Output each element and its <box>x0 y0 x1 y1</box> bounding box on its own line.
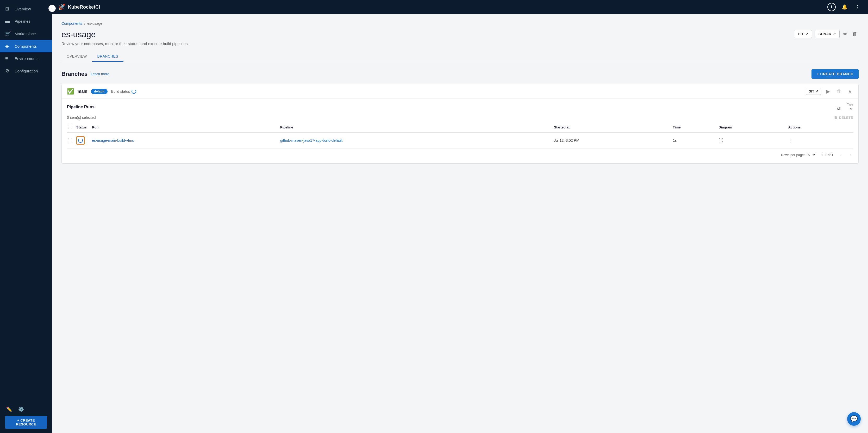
create-branch-label: + CREATE BRANCH <box>817 72 854 76</box>
branches-title-text: Branches <box>61 71 88 78</box>
sidebar-item-environments[interactable]: ≡ Environments <box>0 52 52 65</box>
run-status-box <box>76 136 85 145</box>
col-checkbox <box>67 122 76 133</box>
pipeline-name-link[interactable]: github-maven-java17-app-build-default <box>280 138 343 143</box>
pagination-next-button[interactable]: › <box>848 152 853 158</box>
sidebar-item-components[interactable]: ◈ Components <box>0 40 52 52</box>
page-title-section: es-usage Review your codebases, monitor … <box>61 30 189 46</box>
settings-icon-btn[interactable]: ⚙️ <box>17 405 25 413</box>
branch-check-icon: ✅ <box>67 88 74 95</box>
branch-row-actions: GIT ↗ ▶ 🗑 ∧ <box>806 88 853 95</box>
sidebar-item-label: Pipelines <box>14 19 30 24</box>
sidebar-bottom-icons: ✏️ ⚙️ <box>5 405 47 413</box>
delete-page-icon-btn[interactable]: 🗑 <box>851 30 859 38</box>
logo-icon: 🚀 <box>58 4 65 10</box>
git-button[interactable]: GIT ↗ <box>794 30 812 38</box>
external-link-icon: ↗ <box>806 32 808 36</box>
branch-git-button[interactable]: GIT ↗ <box>806 88 821 95</box>
row-pipeline-cell: github-maven-java17-app-build-default <box>280 133 554 149</box>
row-checkbox[interactable] <box>68 138 72 142</box>
sidebar-item-configuration[interactable]: ⚙ Configuration <box>0 65 52 77</box>
tabs-bar: OVERVIEW BRANCHES <box>61 51 859 62</box>
selected-count-text: 0 item(s) selected <box>67 116 96 120</box>
page-title: es-usage <box>61 30 189 39</box>
branch-git-external-icon: ↗ <box>815 89 818 93</box>
info-icon-btn[interactable]: i <box>827 3 836 11</box>
col-run: Run <box>92 122 280 133</box>
topbar: 🚀 KubeRocketCI i 🔔 ⋮ <box>52 0 868 14</box>
delete-selected-button[interactable]: 🗑 DELETE <box>834 116 853 120</box>
content-area: Components / es-usage es-usage Review yo… <box>52 14 868 433</box>
chat-icon: 💬 <box>850 415 858 423</box>
sonar-button[interactable]: SONAR ↗ <box>815 30 840 38</box>
col-actions: Actions <box>788 122 853 133</box>
sidebar-toggle[interactable]: ‹ <box>49 5 56 12</box>
select-all-checkbox[interactable] <box>68 125 72 129</box>
sidebar-item-label: Marketplace <box>14 32 36 36</box>
row-checkbox-cell <box>67 133 76 149</box>
tab-branches[interactable]: BRANCHES <box>92 51 123 62</box>
row-diagram-cell: ⛶ <box>718 133 788 149</box>
sidebar-item-marketplace[interactable]: 🛒 Marketplace <box>0 27 52 40</box>
git-button-label: GIT <box>798 32 804 36</box>
sonar-button-label: SONAR <box>818 32 831 36</box>
tab-branches-label: BRANCHES <box>97 54 118 58</box>
row-started-at-cell: Jul 12, 3:02 PM <box>554 133 673 149</box>
branch-delete-button[interactable]: 🗑 <box>835 88 843 95</box>
pipelines-icon: ▬ <box>5 19 11 24</box>
branch-row-main: ✅ main default Build status GIT ↗ ▶ 🗑 ∧ <box>62 84 858 99</box>
chat-fab-button[interactable]: 💬 <box>847 412 861 426</box>
topbar-logo: 🚀 KubeRocketCI <box>58 4 100 10</box>
runs-table: Status Run Pipeline Started at Time Diag… <box>67 122 853 149</box>
tab-overview-label: OVERVIEW <box>67 54 87 58</box>
topbar-actions: i 🔔 ⋮ <box>827 3 862 11</box>
diagram-icon-button[interactable]: ⛶ <box>718 138 723 143</box>
sidebar-item-label: Components <box>14 44 37 49</box>
col-time: Time <box>673 122 718 133</box>
type-filter: Type All Build Deploy <box>835 103 853 111</box>
branch-expand-button[interactable]: ∧ <box>847 88 853 95</box>
run-name-link[interactable]: es-usage-main-build-vfmc <box>92 138 134 143</box>
create-branch-button[interactable]: + CREATE BRANCH <box>811 69 859 79</box>
external-link-icon-2: ↗ <box>833 32 836 36</box>
run-build-button[interactable]: ▶ <box>825 88 832 95</box>
table-footer: Rows per page: 5 10 25 1–1 of 1 ‹ › <box>67 149 853 159</box>
edit-page-icon-btn[interactable]: ✏ <box>842 30 849 38</box>
sidebar-item-label: Configuration <box>14 69 38 73</box>
selected-info-row: 0 item(s) selected 🗑 DELETE <box>67 116 853 120</box>
rows-per-page-select[interactable]: 5 10 25 <box>807 153 816 157</box>
row-actions-menu-button[interactable]: ⋮ <box>788 137 794 144</box>
delete-icon: 🗑 <box>834 116 838 120</box>
pagination-prev-button[interactable]: ‹ <box>839 152 843 158</box>
pagination-info: 1–1 of 1 <box>821 153 833 157</box>
branch-git-label: GIT <box>809 90 814 93</box>
run-status-spinner <box>78 138 83 143</box>
learn-more-link[interactable]: Learn more. <box>91 72 110 76</box>
table-row: es-usage-main-build-vfmc github-maven-ja… <box>67 133 853 149</box>
create-resource-button[interactable]: + CREATE RESOURCE <box>5 416 47 429</box>
rows-per-page: Rows per page: 5 10 25 <box>781 153 816 157</box>
notifications-icon-btn[interactable]: 🔔 <box>840 3 849 11</box>
main-wrap: 🚀 KubeRocketCI i 🔔 ⋮ Components / es-usa… <box>52 0 868 433</box>
configuration-icon: ⚙ <box>5 68 11 74</box>
edit-icon-btn[interactable]: ✏️ <box>5 405 13 413</box>
page-header: es-usage Review your codebases, monitor … <box>61 30 859 46</box>
type-select[interactable]: All Build Deploy <box>835 106 853 111</box>
more-options-icon-btn[interactable]: ⋮ <box>854 3 862 11</box>
branches-header: Branches Learn more. + CREATE BRANCH <box>61 69 859 79</box>
breadcrumb-current: es-usage <box>87 21 102 26</box>
build-status-text: Build status <box>111 89 130 94</box>
tab-overview[interactable]: OVERVIEW <box>61 51 92 62</box>
pipeline-runs-header: Pipeline Runs Type All Build Deploy <box>67 103 853 111</box>
branch-name: main <box>78 89 87 94</box>
sidebar-item-label: Environments <box>14 56 38 61</box>
table-header: Status Run Pipeline Started at Time Diag… <box>67 122 853 133</box>
breadcrumb-components-link[interactable]: Components <box>61 21 82 26</box>
page-subtitle: Review your codebases, monitor their sta… <box>61 41 189 46</box>
pipeline-runs-section: Pipeline Runs Type All Build Deploy 0 it… <box>62 99 858 163</box>
sidebar-item-overview[interactable]: ⊞ Overview <box>0 3 52 15</box>
sidebar-item-pipelines[interactable]: ▬ Pipelines <box>0 15 52 27</box>
branch-default-badge: default <box>91 89 107 94</box>
components-icon: ◈ <box>5 43 11 49</box>
overview-icon: ⊞ <box>5 6 11 12</box>
